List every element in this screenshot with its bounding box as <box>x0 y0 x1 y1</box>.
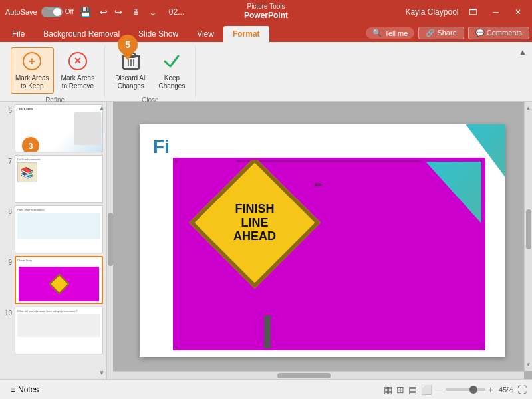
slide-num-6: 6 <box>3 104 12 114</box>
slide-num-9: 9 <box>3 256 12 266</box>
slide-img-7: Do Your Homework 📚 <box>15 155 103 203</box>
more-tools-icon[interactable]: ⌄ <box>146 5 160 19</box>
mark-remove-icon: × <box>67 51 88 72</box>
slide-thumb-8[interactable]: 8 Parts of a Presentation <box>3 205 103 253</box>
ribbon-actions: 🔍 Tell me 🔗 Share 💬 Comments <box>366 27 529 42</box>
main-slide-canvas[interactable]: Fi <box>140 124 505 357</box>
svg-text:+: + <box>29 55 35 66</box>
powerpoint-label: PowerPoint <box>244 11 288 20</box>
sign-post <box>264 315 271 348</box>
ribbon-group-close: Discard AllChanges 5 KeepChanges Close <box>105 45 196 98</box>
close-items: Discard AllChanges 5 KeepChanges <box>110 47 190 94</box>
slide-thumb-6[interactable]: 6 Tell a Story 3 <box>3 104 103 152</box>
ribbon-collapse[interactable]: ▲ <box>519 45 527 98</box>
tab-file[interactable]: File <box>3 26 34 42</box>
zoom-out-button[interactable]: ─ <box>436 384 443 395</box>
slide-img-10: What did you take away from today's pres… <box>15 307 103 354</box>
image-container[interactable]: FINISHLINEAHEAD 4 ✏ <box>173 158 485 350</box>
status-icons: ▦ ⊞ ▤ ⬜ ─ + 45% ⛶ <box>384 384 527 395</box>
notes-label: Notes <box>18 385 39 394</box>
handle-tr[interactable] <box>480 158 485 163</box>
main-layout: 6 Tell a Story 3 7 Do Your Homework <box>0 102 532 379</box>
slideshow-icon[interactable]: ⬜ <box>421 384 432 395</box>
comments-button[interactable]: 💬 Comments <box>468 27 529 39</box>
refine-items: + Mark Areasto Keep × Mark Areasto Remov… <box>11 47 99 94</box>
handle-br[interactable] <box>480 345 485 350</box>
slide-img-9: Closer Story <box>15 256 103 304</box>
normal-view-icon[interactable]: ▦ <box>384 384 392 395</box>
svg-text:×: × <box>74 54 82 67</box>
reading-view-icon[interactable]: ▤ <box>408 384 417 395</box>
canvas-scrollbar-horizontal[interactable] <box>113 371 524 379</box>
ribbon-content: + Mark Areasto Keep × Mark Areasto Remov… <box>0 42 532 102</box>
title-left: AutoSave Off 💾 ↩ ↪ 🖥 ⌄ 02... <box>5 5 405 19</box>
panel-scroll-up[interactable]: ▲ <box>98 104 105 112</box>
discard-all-button[interactable]: Discard AllChanges 5 <box>110 47 151 94</box>
tab-format[interactable]: Format <box>223 26 269 42</box>
tab-slide-show[interactable]: Slide Show <box>129 26 188 42</box>
canvas-scrollbar-vertical[interactable]: ▲ ▼ <box>524 102 532 371</box>
slide-title: Fi <box>153 136 170 158</box>
pencil-cursor: ✏ <box>315 180 323 190</box>
ribbon-tabs: File Background Removal Slide Show View … <box>0 23 532 42</box>
slide-num-8: 8 <box>3 205 12 215</box>
slide-num-10: 10 <box>3 307 12 317</box>
zoom-control: ─ + 45% <box>436 384 513 395</box>
selection-handle-top[interactable] <box>236 158 422 162</box>
search-icon: 🔍 <box>372 29 382 37</box>
mark-areas-remove-button[interactable]: × Mark Areasto Remove <box>57 47 100 94</box>
title-bar: AutoSave Off 💾 ↩ ↪ 🖥 ⌄ 02... Picture Too… <box>0 0 532 23</box>
tab-background-removal[interactable]: Background Removal <box>34 26 129 42</box>
toggle-state: Off <box>65 8 74 15</box>
slide-sorter-icon[interactable]: ⊞ <box>396 384 404 395</box>
discard-label: Discard AllChanges <box>115 74 146 90</box>
tell-me-input[interactable]: 🔍 Tell me <box>366 27 414 39</box>
zoom-slider[interactable] <box>446 388 485 391</box>
tab-view[interactable]: View <box>188 26 223 42</box>
keep-changes-button[interactable]: KeepChanges <box>154 47 190 94</box>
fit-slide-icon[interactable]: ⛶ <box>517 384 527 395</box>
restore-button[interactable]: 🗖 <box>464 6 482 18</box>
zoom-level: 45% <box>499 386 513 394</box>
callout-3: 3 <box>22 137 39 152</box>
picture-tools-label: Picture Tools <box>247 3 285 11</box>
notes-button[interactable]: ≡ Notes <box>5 384 44 396</box>
zoom-in-button[interactable]: + <box>488 384 493 395</box>
slide-num-7: 7 <box>3 155 12 165</box>
slide-img-6: Tell a Story 3 <box>15 104 103 152</box>
status-bar: ≡ Notes ▦ ⊞ ▤ ⬜ ─ + 45% ⛶ <box>0 379 532 399</box>
tell-me-label: Tell me <box>384 29 408 37</box>
monitor-icon[interactable]: 🖥 <box>129 6 142 18</box>
canvas-area: Fi <box>113 102 532 379</box>
comments-label: Comments <box>487 29 522 37</box>
keep-icon <box>161 51 182 72</box>
callout-5: 5 <box>118 35 138 55</box>
slide-thumb-7[interactable]: 7 Do Your Homework 📚 <box>3 155 103 203</box>
slide-panel: 6 Tell a Story 3 7 Do Your Homework <box>0 102 106 379</box>
notes-icon: ≡ <box>11 385 15 394</box>
user-name: Kayla Claypool <box>405 7 458 17</box>
mark-keep-icon: + <box>21 51 43 72</box>
finish-sign: FINISHLINEAHEAD <box>208 176 301 269</box>
minimize-button[interactable]: ─ <box>487 6 504 18</box>
title-center: Picture Tools PowerPoint <box>244 3 288 20</box>
slide-thumb-9[interactable]: 9 Closer Story <box>3 256 103 304</box>
slide-thumb-10[interactable]: 10 What did you take away from today's p… <box>3 307 103 354</box>
keep-label: KeepChanges <box>158 74 185 90</box>
share-button[interactable]: 🔗 Share <box>418 27 464 39</box>
autosave-toggle[interactable] <box>41 7 63 17</box>
share-label: Share <box>437 29 456 37</box>
mark-remove-label: Mark Areasto Remove <box>61 74 95 90</box>
close-button[interactable]: ✕ <box>509 6 527 18</box>
ribbon-group-refine: + Mark Areasto Keep × Mark Areasto Remov… <box>5 45 105 98</box>
title-right: Kayla Claypool 🗖 ─ ✕ <box>405 6 527 18</box>
slide-img-8: Parts of a Presentation <box>15 205 103 253</box>
filename: 02... <box>169 7 184 17</box>
panel-scroll-down[interactable]: ▼ <box>98 369 105 376</box>
undo-icon[interactable]: ↩ <box>97 5 110 19</box>
slide-panel-scrollbar[interactable] <box>106 102 113 379</box>
mark-areas-keep-button[interactable]: + Mark Areasto Keep <box>11 47 54 94</box>
redo-icon[interactable]: ↪ <box>112 5 125 19</box>
save-icon[interactable]: 💾 <box>78 7 93 17</box>
autosave-label: AutoSave <box>5 8 37 16</box>
